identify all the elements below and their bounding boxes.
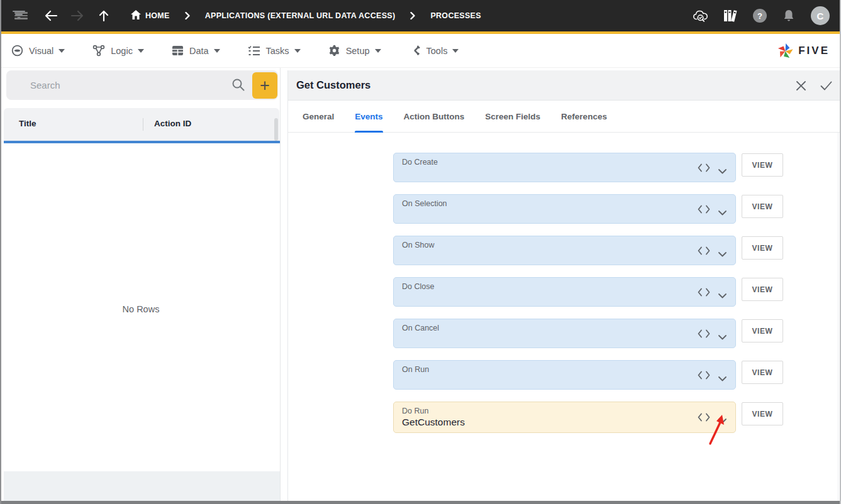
chevron-down-icon[interactable] <box>718 415 727 426</box>
checklist-icon <box>248 45 260 56</box>
chevron-down-icon[interactable] <box>718 290 727 301</box>
column-header-title[interactable]: Title <box>19 119 36 128</box>
close-icon[interactable] <box>794 79 807 92</box>
notifications-bell-icon[interactable] <box>781 8 797 24</box>
user-avatar[interactable]: C <box>811 6 830 25</box>
add-record-button[interactable]: + <box>252 72 277 99</box>
breadcrumb: HOME APPLICATIONS (EXTERNAL URL DATA ACC… <box>131 10 481 21</box>
view-button-do-create[interactable]: VIEW <box>742 153 783 177</box>
forward-arrow-icon[interactable] <box>69 8 86 24</box>
five-logo-text: FIVE <box>798 45 830 57</box>
chevron-down-icon[interactable] <box>718 331 727 342</box>
field-on-selection[interactable]: On Selection <box>393 194 736 224</box>
chevron-down-icon[interactable] <box>718 373 727 384</box>
field-do-create[interactable]: Do Create <box>393 153 736 182</box>
field-on-run[interactable]: On Run <box>393 360 736 390</box>
gear-icon <box>328 45 340 57</box>
tab-references[interactable]: References <box>561 101 607 133</box>
code-icon[interactable] <box>698 371 710 382</box>
list-header-underline <box>4 141 280 143</box>
topbar-actions: ? C <box>693 0 830 31</box>
help-icon[interactable]: ? <box>753 9 767 23</box>
code-icon[interactable] <box>698 163 710 175</box>
tab-screen-fields[interactable]: Screen Fields <box>485 101 540 133</box>
menu-data[interactable]: Data <box>172 45 220 56</box>
code-icon[interactable] <box>698 413 710 424</box>
field-do-run-value: GetCustomers <box>402 417 465 428</box>
breadcrumb-home[interactable]: HOME <box>131 10 170 21</box>
left-scrollbar-thumb[interactable] <box>274 118 278 141</box>
menu-bar: Visual Logic Data Tasks <box>1 34 840 68</box>
five-logo: FIVE <box>777 34 830 68</box>
column-header-action-id[interactable]: Action ID <box>154 119 191 128</box>
tab-bar: General Events Action Buttons Screen Fie… <box>288 101 841 133</box>
eye-icon <box>11 45 23 57</box>
code-icon[interactable] <box>698 288 710 299</box>
column-divider <box>143 118 143 131</box>
view-button-do-close[interactable]: VIEW <box>742 278 783 301</box>
breadcrumb-home-label: HOME <box>145 11 170 20</box>
caret-down-icon <box>138 49 144 53</box>
breadcrumb-processes[interactable]: PROCESSES <box>430 11 481 20</box>
table-icon <box>172 45 184 56</box>
caret-down-icon <box>58 49 65 53</box>
view-button-on-selection[interactable]: VIEW <box>742 195 783 218</box>
home-icon <box>131 10 141 21</box>
app-window: HOME APPLICATIONS (EXTERNAL URL DATA ACC… <box>0 0 841 504</box>
menu-logic[interactable]: Logic <box>92 45 144 57</box>
filter-icon[interactable] <box>13 9 25 22</box>
field-do-run[interactable]: Do Run GetCustomers <box>393 402 736 433</box>
empty-list-message: No Rows <box>1 304 281 314</box>
breadcrumb-separator-icon <box>185 12 190 19</box>
chevron-down-icon[interactable] <box>718 248 727 260</box>
preview-cloud-icon[interactable] <box>693 8 709 24</box>
field-on-show[interactable]: On Show <box>393 236 736 265</box>
search-input[interactable] <box>30 70 219 100</box>
caret-down-icon <box>452 49 459 53</box>
code-icon[interactable] <box>698 246 710 258</box>
menu-setup[interactable]: Setup <box>328 45 381 57</box>
main-panel-left-border <box>287 70 288 501</box>
tab-general[interactable]: General <box>303 101 334 133</box>
caret-down-icon <box>214 49 220 53</box>
window-bottom-edge <box>1 501 840 504</box>
view-button-on-run[interactable]: VIEW <box>742 361 783 384</box>
main-scrollbar-track[interactable] <box>838 133 838 501</box>
library-books-icon[interactable] <box>723 8 739 24</box>
view-button-on-cancel[interactable]: VIEW <box>742 319 783 342</box>
five-logo-pinwheel-icon <box>777 43 794 60</box>
caret-down-icon <box>375 49 381 53</box>
flow-branch-icon <box>92 45 105 57</box>
menu-visual[interactable]: Visual <box>11 45 65 57</box>
panel-divider <box>280 68 281 501</box>
tab-action-buttons[interactable]: Action Buttons <box>404 101 465 133</box>
up-arrow-icon[interactable] <box>96 8 112 24</box>
top-navigation-bar: HOME APPLICATIONS (EXTERNAL URL DATA ACC… <box>1 0 840 31</box>
breadcrumb-separator-icon <box>410 12 415 19</box>
left-panel-footer <box>4 471 281 501</box>
caret-down-icon <box>294 49 301 53</box>
chevron-down-icon[interactable] <box>718 165 727 177</box>
field-on-cancel[interactable]: On Cancel <box>393 319 736 348</box>
topbar-left: HOME APPLICATIONS (EXTERNAL URL DATA ACC… <box>1 8 481 24</box>
record-header: Get Customers <box>288 70 841 101</box>
code-icon[interactable] <box>698 205 710 216</box>
view-button-do-run[interactable]: VIEW <box>742 402 783 425</box>
view-button-on-show[interactable]: VIEW <box>742 236 783 260</box>
search-icon[interactable] <box>231 78 245 94</box>
menu-tasks[interactable]: Tasks <box>248 45 301 56</box>
code-icon[interactable] <box>698 329 710 341</box>
list-header: Title Action ID <box>4 108 279 141</box>
breadcrumb-applications[interactable]: APPLICATIONS (EXTERNAL URL DATA ACCESS) <box>205 11 396 20</box>
save-check-icon[interactable] <box>820 79 832 92</box>
tools-icon <box>409 45 421 57</box>
tab-events[interactable]: Events <box>355 101 382 133</box>
page-title: Get Customers <box>296 79 370 91</box>
field-do-close[interactable]: Do Close <box>393 277 736 307</box>
back-arrow-icon[interactable] <box>43 8 59 24</box>
menu-tools[interactable]: Tools <box>409 45 459 57</box>
chevron-down-icon[interactable] <box>718 207 727 218</box>
